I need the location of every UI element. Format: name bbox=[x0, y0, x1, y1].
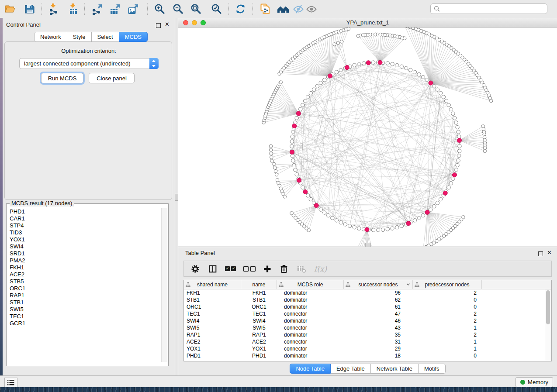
column-header-shared-name[interactable]: shared name bbox=[184, 280, 241, 289]
table-cell[interactable]: RAP1 bbox=[241, 332, 277, 338]
export-table-button[interactable] bbox=[107, 2, 122, 16]
close-panel-button-mcds[interactable]: Close panel bbox=[89, 73, 135, 83]
show-columns-button[interactable] bbox=[208, 264, 218, 274]
table-cell[interactable]: 31 bbox=[344, 339, 413, 345]
table-cell[interactable]: SWI4 bbox=[241, 318, 277, 324]
table-cell[interactable]: dominator bbox=[277, 297, 344, 303]
table-cell[interactable]: 2 bbox=[413, 311, 482, 317]
table-cell[interactable]: 2 bbox=[413, 318, 482, 324]
tab-network-table[interactable]: Network Table bbox=[371, 364, 419, 374]
table-cell[interactable]: ORC1 bbox=[184, 304, 241, 310]
table-row[interactable]: SWI4SWI4dominator462 bbox=[184, 317, 551, 324]
mcds-result-item[interactable]: SWI4 bbox=[10, 243, 168, 250]
table-row[interactable]: ACE2ACE2connector311 bbox=[184, 338, 551, 345]
table-cell[interactable]: 1 bbox=[413, 325, 482, 331]
mcds-result-item[interactable]: GCR1 bbox=[10, 320, 168, 327]
mcds-result-list[interactable]: PHD1CAR1STP4TID3YOX1SWI4SRD1PMA2FKH1ACE2… bbox=[7, 204, 168, 362]
export-network-button[interactable] bbox=[90, 2, 104, 16]
table-cell[interactable]: 43 bbox=[344, 325, 413, 331]
network-window-titlebar[interactable]: YPA_prune.txt_1 bbox=[178, 18, 557, 28]
close-table-panel-button[interactable]: ✕ bbox=[547, 251, 552, 254]
unselect-all-columns-button[interactable] bbox=[243, 266, 256, 272]
float-table-panel-button[interactable] bbox=[538, 250, 543, 258]
mcds-result-item[interactable]: SWI5 bbox=[10, 306, 168, 313]
table-cell[interactable]: dominator bbox=[277, 332, 344, 338]
table-cell[interactable]: 47 bbox=[344, 311, 413, 317]
show-all-button[interactable] bbox=[304, 2, 319, 16]
table-settings-button[interactable] bbox=[190, 264, 201, 274]
hide-selected-button[interactable] bbox=[291, 2, 306, 16]
save-session-button[interactable] bbox=[22, 2, 37, 16]
mcds-result-item[interactable]: PMA2 bbox=[10, 257, 168, 264]
table-cell[interactable]: PHD1 bbox=[184, 353, 241, 359]
table-cell[interactable]: STB1 bbox=[184, 297, 241, 303]
table-cell[interactable]: ACE2 bbox=[241, 339, 277, 345]
mcds-result-item[interactable]: TEC1 bbox=[10, 313, 168, 320]
delete-column-button[interactable] bbox=[279, 264, 289, 274]
mcds-result-item[interactable]: STB5 bbox=[10, 278, 168, 285]
mcds-result-item[interactable]: ACE2 bbox=[10, 271, 168, 278]
table-cell[interactable]: dominator bbox=[277, 304, 344, 310]
table-cell[interactable]: 1 bbox=[413, 346, 482, 352]
mcds-result-item[interactable]: TID3 bbox=[10, 229, 168, 236]
tab-motifs[interactable]: Motifs bbox=[419, 364, 446, 374]
table-row[interactable]: RAP1RAP1dominator352 bbox=[184, 331, 551, 338]
table-cell[interactable]: RAP1 bbox=[184, 332, 241, 338]
table-cell[interactable]: YOX1 bbox=[241, 346, 277, 352]
table-cell[interactable]: FKH1 bbox=[184, 290, 241, 296]
table-cell[interactable]: connector bbox=[277, 339, 344, 345]
column-header-MCDS-role[interactable]: MCDS role bbox=[277, 280, 344, 289]
table-row[interactable]: ORC1ORC1dominator610 bbox=[184, 303, 551, 310]
table-cell[interactable]: ORC1 bbox=[241, 304, 277, 310]
tab-network[interactable]: Network bbox=[34, 32, 67, 42]
table-cell[interactable]: TEC1 bbox=[241, 311, 277, 317]
table-cell[interactable]: SWI5 bbox=[184, 325, 241, 331]
create-column-button[interactable] bbox=[263, 265, 272, 273]
float-panel-button[interactable] bbox=[156, 22, 161, 30]
table-cell[interactable]: dominator bbox=[277, 318, 344, 324]
column-header-name[interactable]: name bbox=[241, 280, 277, 289]
table-cell[interactable]: 46 bbox=[344, 318, 413, 324]
table-cell[interactable]: 0 bbox=[413, 297, 482, 303]
table-scrollbar-thumb[interactable] bbox=[546, 290, 550, 324]
tab-edge-table[interactable]: Edge Table bbox=[331, 364, 371, 374]
mcds-result-item[interactable]: ORC1 bbox=[10, 285, 168, 292]
table-cell[interactable]: SWI5 bbox=[241, 325, 277, 331]
mcds-houses-button[interactable] bbox=[276, 2, 291, 16]
mcds-result-item[interactable]: YOX1 bbox=[10, 236, 168, 243]
table-cell[interactable]: TEC1 bbox=[184, 311, 241, 317]
table-cell[interactable]: 96 bbox=[344, 290, 413, 296]
select-all-columns-button[interactable]: ✓✓ bbox=[225, 266, 236, 271]
mcds-result-item[interactable]: STB1 bbox=[10, 299, 168, 306]
mcds-result-item[interactable]: STP4 bbox=[10, 222, 168, 229]
table-cell[interactable]: 1 bbox=[413, 339, 482, 345]
table-cell[interactable]: 0 bbox=[413, 353, 482, 359]
mcds-result-item[interactable]: SRD1 bbox=[10, 250, 168, 257]
tab-style[interactable]: Style bbox=[67, 32, 92, 42]
table-cell[interactable]: YOX1 bbox=[184, 346, 241, 352]
column-header-predecessor-nodes[interactable]: predecessor nodes bbox=[413, 280, 482, 289]
refresh-button[interactable] bbox=[233, 2, 248, 16]
mcds-result-item[interactable]: FKH1 bbox=[10, 264, 168, 271]
network-canvas[interactable] bbox=[178, 28, 557, 246]
table-row[interactable]: TEC1TEC1connector472 bbox=[184, 310, 551, 317]
close-panel-button[interactable]: ✕ bbox=[165, 22, 170, 26]
tab-mcds[interactable]: MCDS bbox=[119, 32, 148, 42]
table-cell[interactable]: dominator bbox=[277, 290, 344, 296]
open-session-button[interactable] bbox=[3, 2, 17, 16]
zoom-fit-button[interactable] bbox=[188, 2, 203, 16]
table-cell[interactable]: ACE2 bbox=[184, 339, 241, 345]
table-row[interactable]: PHD1PHD1dominator180 bbox=[184, 352, 551, 359]
table-cell[interactable]: FKH1 bbox=[241, 290, 277, 296]
zoom-in-button[interactable] bbox=[152, 2, 167, 16]
mcds-result-item[interactable]: PHD1 bbox=[10, 208, 168, 215]
import-table-button[interactable] bbox=[66, 2, 80, 16]
table-cell[interactable]: connector bbox=[277, 311, 344, 317]
import-network-button[interactable] bbox=[46, 2, 61, 16]
memory-button[interactable]: Memory bbox=[515, 377, 553, 387]
mcds-result-item[interactable]: CAR1 bbox=[10, 215, 168, 222]
table-cell[interactable]: 18 bbox=[344, 353, 413, 359]
table-cell[interactable]: STB1 bbox=[241, 297, 277, 303]
search-field[interactable] bbox=[430, 3, 547, 14]
search-input[interactable] bbox=[442, 5, 547, 13]
